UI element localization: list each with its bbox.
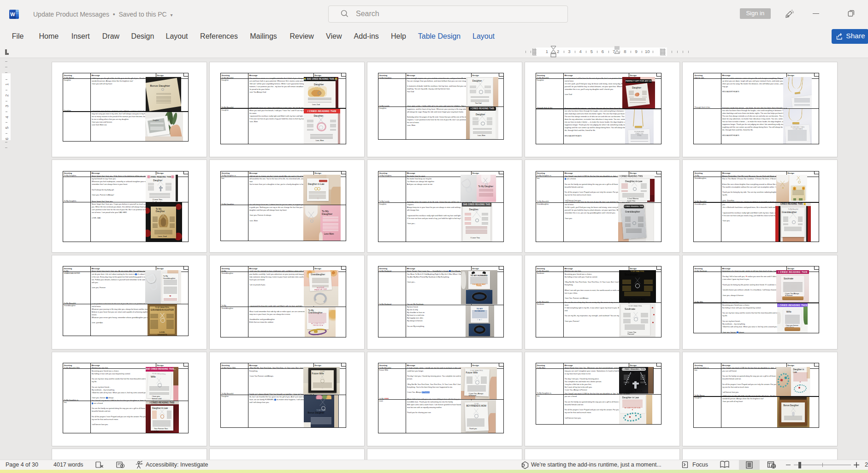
- svg-text:_: _: [685, 464, 688, 468]
